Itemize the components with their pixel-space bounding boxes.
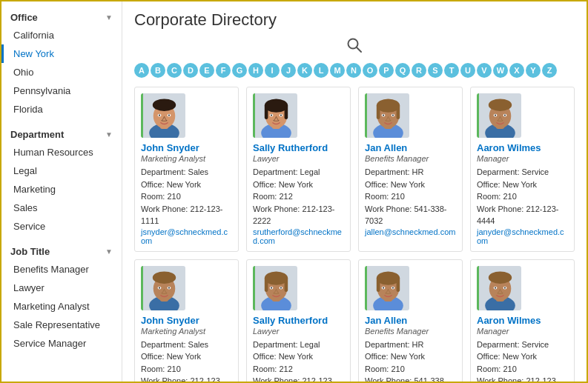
svg-point-45 bbox=[168, 287, 170, 288]
svg-rect-60 bbox=[377, 276, 380, 291]
svg-point-28 bbox=[383, 114, 384, 116]
svg-point-72 bbox=[495, 287, 496, 288]
alpha-btn-F[interactable]: F bbox=[216, 63, 231, 78]
svg-point-33 bbox=[489, 99, 512, 111]
employee-name[interactable]: Sally Rutherford bbox=[253, 315, 328, 326]
sidebar-item-legal[interactable]: Legal bbox=[1, 161, 122, 180]
sidebar-item-florida[interactable]: Florida bbox=[1, 100, 122, 119]
svg-point-23 bbox=[377, 99, 400, 112]
alpha-btn-G[interactable]: G bbox=[232, 63, 247, 78]
svg-point-13 bbox=[265, 99, 288, 112]
alpha-btn-Q[interactable]: Q bbox=[395, 63, 410, 78]
alpha-btn-R[interactable]: R bbox=[412, 63, 426, 78]
svg-line-1 bbox=[357, 47, 361, 52]
sidebar-item-benefits-manager[interactable]: Benefits Manager bbox=[1, 260, 122, 279]
employee-details: Department: LegalOffice: New YorkRoom: 2… bbox=[253, 339, 344, 382]
alpha-btn-I[interactable]: I bbox=[265, 63, 280, 78]
employee-job-title: Manager bbox=[477, 327, 509, 336]
alpha-btn-Y[interactable]: Y bbox=[526, 63, 541, 78]
sidebar-section-jobtitle[interactable]: Job Title▼ bbox=[1, 242, 122, 260]
employee-job-title: Lawyer bbox=[253, 327, 279, 336]
alpha-btn-U[interactable]: U bbox=[460, 63, 475, 78]
alpha-btn-V[interactable]: V bbox=[477, 63, 492, 78]
alpha-btn-E[interactable]: E bbox=[199, 63, 214, 78]
svg-point-64 bbox=[383, 287, 384, 288]
sidebar-item-service[interactable]: Service bbox=[1, 217, 122, 236]
svg-point-29 bbox=[392, 114, 394, 116]
sidebar-item-new-york[interactable]: New York bbox=[1, 44, 122, 63]
employee-details: Department: SalesOffice: New YorkRoom: 2… bbox=[141, 166, 232, 227]
sidebar-item-lawyer[interactable]: Lawyer bbox=[1, 279, 122, 297]
sidebar-item-human-resources[interactable]: Human Resources bbox=[1, 143, 122, 161]
employee-card: Sally RutherfordLawyerDepartment: LegalO… bbox=[246, 259, 351, 382]
alpha-btn-J[interactable]: J bbox=[281, 63, 296, 78]
sidebar-item-marketing[interactable]: Marketing bbox=[1, 180, 122, 199]
employee-name[interactable]: John Snyder bbox=[141, 142, 199, 153]
employee-name[interactable]: Sally Rutherford bbox=[253, 142, 328, 153]
alpha-btn-B[interactable]: B bbox=[151, 63, 165, 78]
employee-details: Deparment: ServiceOffice: New YorkRoom: … bbox=[477, 339, 568, 382]
sidebar-section-department[interactable]: Department▼ bbox=[1, 124, 122, 143]
alpha-btn-M[interactable]: M bbox=[330, 63, 345, 78]
employee-job-title: Benefits Manager bbox=[365, 154, 429, 163]
employee-card: Jan AllenBenefits ManagerDepartment: HRO… bbox=[358, 259, 463, 382]
alpha-btn-W[interactable]: W bbox=[493, 63, 508, 78]
svg-point-41 bbox=[153, 271, 176, 284]
employee-details: Department: HROffice: New YorkRoom: 210W… bbox=[365, 166, 456, 227]
alpha-btn-C[interactable]: C bbox=[167, 63, 182, 78]
alpha-btn-S[interactable]: S bbox=[428, 63, 443, 78]
sidebar-item-marketing-analyst[interactable]: Marketing Analyst bbox=[1, 297, 122, 316]
employee-name[interactable]: Aaron Wilmes bbox=[477, 142, 541, 153]
employee-photo bbox=[253, 93, 297, 138]
sidebar-item-sales[interactable]: Sales bbox=[1, 199, 122, 217]
alpha-btn-P[interactable]: P bbox=[379, 63, 394, 78]
svg-point-36 bbox=[495, 114, 496, 116]
svg-point-73 bbox=[504, 287, 506, 288]
sidebar-item-pennsylvania[interactable]: Pennsylvania bbox=[1, 81, 122, 100]
alpha-btn-X[interactable]: X bbox=[509, 63, 524, 78]
employee-email[interactable]: janyder@schneckmed.com bbox=[477, 227, 568, 245]
sidebar-divider bbox=[1, 119, 122, 124]
svg-point-8 bbox=[159, 114, 160, 116]
alpha-btn-D[interactable]: D bbox=[183, 63, 198, 78]
search-icon[interactable] bbox=[346, 37, 363, 57]
sidebar-item-california[interactable]: California bbox=[1, 26, 122, 44]
svg-rect-50 bbox=[265, 276, 268, 291]
employee-email[interactable]: jallen@schneckmed.com bbox=[365, 227, 455, 236]
employee-name[interactable]: Jan Allen bbox=[365, 315, 407, 326]
employee-name[interactable]: John Snyder bbox=[141, 315, 199, 326]
alpha-btn-A[interactable]: A bbox=[134, 63, 149, 78]
employee-email[interactable]: jsnyder@schneckmed.com bbox=[141, 227, 232, 245]
sidebar-divider bbox=[1, 236, 122, 242]
employee-card: John SnyderMarketing AnalystDepartment: … bbox=[134, 259, 239, 382]
employee-job-title: Benefits Manager bbox=[365, 327, 429, 336]
sidebar-item-sale-representative[interactable]: Sale Representative bbox=[1, 316, 122, 334]
alphabet-bar: ABCDEFGHIJKLMNOPQRSTUVWXYZ bbox=[134, 63, 575, 78]
svg-point-37 bbox=[504, 114, 506, 116]
svg-point-19 bbox=[280, 114, 282, 116]
alpha-btn-Z[interactable]: Z bbox=[542, 63, 557, 78]
employee-card: Jan AllenBenefits ManagerDepartment: HRO… bbox=[358, 87, 463, 252]
employee-name[interactable]: Aaron Wilmes bbox=[477, 315, 541, 326]
sidebar-section-office[interactable]: Office▼ bbox=[1, 7, 122, 26]
employee-job-title: Marketing Analyst bbox=[141, 154, 205, 163]
alpha-btn-K[interactable]: K bbox=[297, 63, 312, 78]
sidebar-item-service-manager[interactable]: Service Manager bbox=[1, 334, 122, 353]
alpha-btn-N[interactable]: N bbox=[346, 63, 361, 78]
employee-name[interactable]: Jan Allen bbox=[365, 142, 407, 153]
svg-point-65 bbox=[392, 287, 394, 288]
employee-photo bbox=[141, 93, 185, 138]
chevron-icon: ▼ bbox=[105, 247, 113, 256]
sidebar-item-ohio[interactable]: Ohio bbox=[1, 63, 122, 81]
svg-rect-24 bbox=[377, 104, 380, 119]
employee-details: Department: LegalOffice: New YorkRoom: 2… bbox=[253, 166, 344, 227]
employee-details: Department: SalesOffice: New YorkRoom: 2… bbox=[141, 339, 232, 382]
alpha-btn-O[interactable]: O bbox=[363, 63, 377, 78]
employee-card: Aaron WilmesManagerDeparment: ServiceOff… bbox=[470, 259, 575, 382]
employee-details: Deparment: ServiceOffice: New YorkRoom: … bbox=[477, 166, 568, 227]
alpha-btn-L[interactable]: L bbox=[314, 63, 328, 78]
alpha-btn-H[interactable]: H bbox=[248, 63, 263, 78]
employee-email[interactable]: srutherford@schneckmed.com bbox=[253, 227, 344, 245]
alpha-btn-T[interactable]: T bbox=[444, 63, 459, 78]
employee-job-title: Marketing Analyst bbox=[141, 327, 205, 336]
